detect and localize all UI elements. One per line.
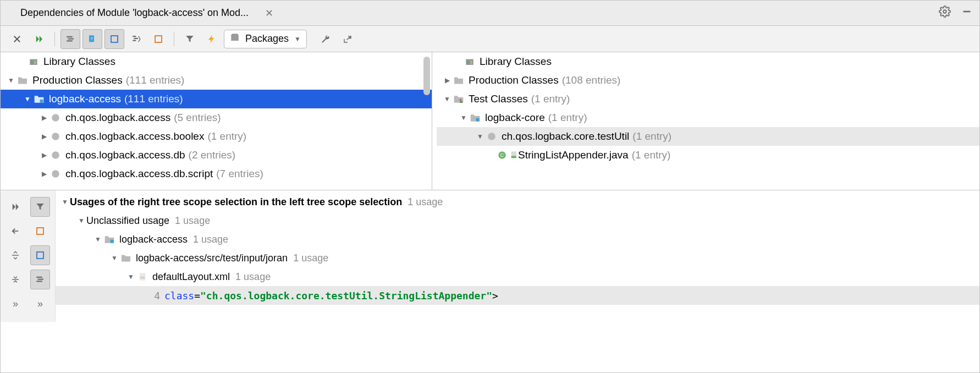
filter-usages-button[interactable]	[30, 197, 50, 217]
close-button[interactable]	[7, 29, 27, 49]
tree-row[interactable]: logback-core(1 entry)	[437, 108, 979, 127]
usage-row[interactable]: <>defaultLayout.xml1 usage	[56, 267, 979, 286]
svg-rect-5	[68, 38, 74, 39]
tree-row[interactable]: ch.qos.logback.access.boolex(1 entry)	[1, 127, 432, 146]
gear-icon[interactable]	[939, 6, 951, 20]
tree-row-count: (7 entries)	[216, 168, 263, 180]
tree-row-count: (1 entry)	[632, 130, 671, 142]
rerun-button[interactable]	[29, 29, 49, 49]
tab-title: Dependencies of Module 'logback-access' …	[20, 7, 249, 19]
chevron-down-icon[interactable]	[23, 95, 32, 103]
chevron-down-icon[interactable]	[93, 235, 103, 243]
minimize-icon[interactable]	[961, 6, 973, 20]
package-icon	[230, 32, 240, 45]
package-icon	[49, 130, 62, 143]
svg-rect-27	[460, 99, 461, 101]
usages-title: Usages of the right tree scope selection…	[70, 196, 402, 208]
show-module-usages-button[interactable]	[30, 245, 50, 265]
wrench-button[interactable]	[316, 29, 335, 49]
tree-row[interactable]: Test Classes(1 entry)	[437, 90, 979, 108]
scrollbar-thumb[interactable]	[423, 57, 430, 95]
tree-row-label: StringListAppender.java	[518, 149, 629, 161]
more-gutter-1-button[interactable]: »	[5, 294, 25, 314]
chevron-down-icon[interactable]	[109, 254, 119, 262]
chevron-right-icon[interactable]	[39, 114, 49, 122]
chevron-down-icon[interactable]	[126, 273, 136, 281]
chevron-right-icon[interactable]	[442, 76, 452, 84]
group-by-scope-button[interactable]	[126, 29, 146, 49]
left-tree[interactable]: Library ClassesProduction Classes(111 en…	[1, 52, 432, 190]
flatten-usages-button[interactable]	[30, 270, 50, 289]
usage-row[interactable]: logback-access1 usage	[56, 230, 979, 249]
expand-all-button[interactable]	[5, 245, 25, 265]
tab-bar: Dependencies of Module 'logback-access' …	[1, 1, 979, 26]
chevron-down-icon[interactable]	[76, 217, 86, 224]
show-modules-button[interactable]	[104, 29, 124, 49]
usage-code-line[interactable]: 4 class="ch.qos.logback.core.testUtil.St…	[56, 286, 979, 305]
svg-text:C: C	[500, 152, 504, 158]
tree-row[interactable]: logback-access(111 entries)	[1, 90, 432, 108]
scope-dropdown[interactable]: Packages ▼	[224, 30, 307, 48]
tree-row-label: ch.qos.logback.access.db	[65, 149, 185, 161]
usages-title-count: 1 usage	[408, 196, 443, 208]
usage-row-label: logback-access/src/test/input/joran	[136, 253, 288, 264]
prev-occurrence-button[interactable]	[5, 221, 25, 241]
chevron-down-icon[interactable]	[6, 76, 16, 84]
usage-row-count: 1 usage	[193, 234, 228, 245]
usage-row-count: 1 usage	[175, 215, 210, 227]
folder-icon	[16, 74, 29, 87]
export-button[interactable]	[338, 29, 357, 49]
tree-row-count: (111 entries)	[124, 93, 183, 105]
tree-row-label: ch.qos.logback.access	[65, 112, 170, 124]
close-tab-icon[interactable]: ✕	[265, 7, 273, 19]
mark-illegal-button[interactable]	[148, 29, 168, 49]
chevron-right-icon[interactable]	[39, 151, 49, 159]
chevron-down-icon[interactable]	[442, 95, 452, 103]
tree-row-label: Library Classes	[480, 56, 552, 68]
usages-gutter: » »	[1, 190, 56, 322]
tree-row[interactable]: ch.qos.logback.core.testUtil(1 entry)	[437, 127, 979, 146]
more-gutter-2-button[interactable]: »	[30, 294, 50, 314]
chevron-right-icon[interactable]	[39, 170, 49, 178]
lib-icon	[27, 55, 40, 68]
flatten-packages-button[interactable]	[60, 29, 80, 49]
tree-row-count: (108 entries)	[562, 74, 621, 86]
bolt-button[interactable]	[202, 29, 222, 49]
right-tree[interactable]: Library ClassesProduction Classes(108 en…	[432, 52, 979, 190]
chevron-down-icon[interactable]	[475, 133, 485, 140]
tree-row[interactable]: ch.qos.logback.access.db(2 entries)	[1, 146, 432, 164]
usages-tree[interactable]: Usages of the right tree scope selection…	[56, 190, 979, 322]
usage-row-label: defaultLayout.xml	[152, 271, 230, 283]
tree-row[interactable]: ch.qos.logback.access(5 entries)	[1, 108, 432, 127]
next-occurrence-button[interactable]	[5, 197, 25, 217]
xml-icon: <>	[136, 270, 149, 283]
usage-row[interactable]: Unclassified usage1 usage	[56, 211, 979, 230]
svg-rect-39	[36, 277, 42, 278]
tree-row-label: ch.qos.logback.core.testUtil	[502, 130, 629, 142]
svg-rect-33	[511, 156, 516, 158]
filter-button[interactable]	[180, 29, 200, 49]
usages-title-row[interactable]: Usages of the right tree scope selection…	[56, 193, 979, 211]
tree-row[interactable]: Production Classes(111 entries)	[1, 71, 432, 90]
svg-rect-6	[67, 40, 73, 41]
svg-point-0	[943, 10, 946, 13]
tab-dependencies[interactable]: Dependencies of Module 'logback-access' …	[1, 1, 279, 25]
tree-row-label: ch.qos.logback.access.db.script	[65, 168, 213, 180]
module-icon	[103, 233, 116, 246]
svg-text:?: ?	[90, 36, 92, 41]
chevron-right-icon[interactable]	[39, 133, 49, 140]
show-files-button[interactable]: ?	[82, 29, 102, 49]
tree-row[interactable]: Production Classes(108 entries)	[437, 71, 979, 90]
collapse-all-button[interactable]	[5, 270, 25, 289]
tree-row[interactable]: CStringListAppender.java(1 entry)	[437, 146, 979, 164]
tree-row[interactable]: Library Classes	[437, 52, 979, 71]
test-icon	[452, 92, 465, 106]
tree-row[interactable]: Library Classes	[1, 52, 432, 71]
svg-rect-41	[36, 281, 42, 282]
mark-illegal-usages-button[interactable]	[30, 221, 50, 241]
chevron-down-icon	[60, 198, 70, 206]
tree-row[interactable]: ch.qos.logback.access.db.script(7 entrie…	[1, 164, 432, 183]
chevron-down-icon[interactable]	[459, 114, 469, 122]
usage-row[interactable]: logback-access/src/test/input/joran1 usa…	[56, 249, 979, 267]
lib-icon	[463, 55, 476, 68]
